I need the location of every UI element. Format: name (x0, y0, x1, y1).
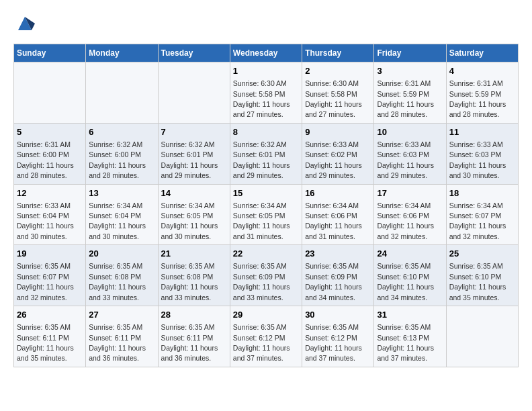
day-number: 17 (377, 187, 443, 199)
day-info: Sunrise: 6:35 AM Sunset: 6:11 PM Dayligh… (161, 323, 218, 362)
day-number: 27 (89, 309, 154, 321)
day-number: 14 (161, 187, 227, 199)
day-info: Sunrise: 6:34 AM Sunset: 6:06 PM Dayligh… (377, 201, 434, 240)
calendar-cell: 23Sunrise: 6:35 AM Sunset: 6:09 PM Dayli… (302, 245, 374, 306)
day-info: Sunrise: 6:31 AM Sunset: 5:59 PM Dayligh… (377, 79, 434, 118)
day-info: Sunrise: 6:34 AM Sunset: 6:07 PM Dayligh… (449, 201, 506, 240)
day-number: 12 (17, 187, 83, 199)
calendar-cell: 26Sunrise: 6:35 AM Sunset: 6:11 PM Dayli… (14, 306, 86, 367)
day-number: 2 (305, 65, 371, 77)
day-number: 20 (89, 248, 154, 260)
calendar-week-row: 5Sunrise: 6:31 AM Sunset: 6:00 PM Daylig… (14, 123, 519, 184)
day-info: Sunrise: 6:30 AM Sunset: 5:58 PM Dayligh… (233, 79, 290, 118)
day-info: Sunrise: 6:34 AM Sunset: 6:05 PM Dayligh… (161, 201, 218, 240)
calendar-cell: 29Sunrise: 6:35 AM Sunset: 6:12 PM Dayli… (230, 306, 302, 367)
day-number: 5 (17, 126, 83, 138)
day-info: Sunrise: 6:34 AM Sunset: 6:05 PM Dayligh… (233, 201, 290, 240)
day-number: 1 (233, 65, 299, 77)
calendar-cell: 11Sunrise: 6:33 AM Sunset: 6:03 PM Dayli… (446, 123, 518, 184)
day-number: 11 (449, 126, 515, 138)
day-number: 29 (233, 309, 299, 321)
calendar-cell: 13Sunrise: 6:34 AM Sunset: 6:04 PM Dayli… (86, 184, 158, 245)
calendar-cell: 7Sunrise: 6:32 AM Sunset: 6:01 PM Daylig… (158, 123, 230, 184)
day-number: 9 (305, 126, 371, 138)
calendar-header-row: SundayMondayTuesdayWednesdayThursdayFrid… (14, 44, 519, 62)
calendar-cell: 16Sunrise: 6:34 AM Sunset: 6:06 PM Dayli… (302, 184, 374, 245)
day-number: 18 (449, 187, 515, 199)
day-number: 15 (233, 187, 299, 199)
calendar-cell: 25Sunrise: 6:35 AM Sunset: 6:10 PM Dayli… (446, 245, 518, 306)
calendar-cell: 10Sunrise: 6:33 AM Sunset: 6:03 PM Dayli… (374, 123, 446, 184)
day-info: Sunrise: 6:35 AM Sunset: 6:08 PM Dayligh… (161, 262, 218, 301)
day-info: Sunrise: 6:33 AM Sunset: 6:03 PM Dayligh… (377, 140, 434, 179)
logo-icon (15, 13, 35, 34)
calendar-cell: 2Sunrise: 6:30 AM Sunset: 5:58 PM Daylig… (302, 62, 374, 124)
day-info: Sunrise: 6:35 AM Sunset: 6:10 PM Dayligh… (377, 262, 434, 301)
day-number: 28 (161, 309, 227, 321)
day-number: 6 (89, 126, 154, 138)
calendar-cell: 14Sunrise: 6:34 AM Sunset: 6:05 PM Dayli… (158, 184, 230, 245)
day-number: 8 (233, 126, 299, 138)
day-info: Sunrise: 6:31 AM Sunset: 5:59 PM Dayligh… (449, 79, 506, 118)
calendar-cell: 4Sunrise: 6:31 AM Sunset: 5:59 PM Daylig… (446, 62, 518, 124)
calendar-cell: 18Sunrise: 6:34 AM Sunset: 6:07 PM Dayli… (446, 184, 518, 245)
page-header (13, 13, 519, 37)
day-number: 23 (305, 248, 371, 260)
day-info: Sunrise: 6:32 AM Sunset: 6:01 PM Dayligh… (233, 140, 290, 179)
calendar-cell: 31Sunrise: 6:35 AM Sunset: 6:13 PM Dayli… (374, 306, 446, 367)
calendar-cell: 3Sunrise: 6:31 AM Sunset: 5:59 PM Daylig… (374, 62, 446, 124)
calendar-cell (86, 62, 158, 124)
day-info: Sunrise: 6:35 AM Sunset: 6:08 PM Dayligh… (89, 262, 146, 301)
day-info: Sunrise: 6:33 AM Sunset: 6:04 PM Dayligh… (17, 201, 74, 240)
calendar-cell: 28Sunrise: 6:35 AM Sunset: 6:11 PM Dayli… (158, 306, 230, 367)
calendar-table: SundayMondayTuesdayWednesdayThursdayFrid… (13, 44, 519, 367)
calendar-cell: 20Sunrise: 6:35 AM Sunset: 6:08 PM Dayli… (86, 245, 158, 306)
day-number: 22 (233, 248, 299, 260)
day-info: Sunrise: 6:33 AM Sunset: 6:02 PM Dayligh… (305, 140, 362, 179)
day-number: 7 (161, 126, 227, 138)
col-header-thursday: Thursday (302, 44, 374, 62)
day-number: 24 (377, 248, 443, 260)
calendar-cell: 27Sunrise: 6:35 AM Sunset: 6:11 PM Dayli… (86, 306, 158, 367)
day-info: Sunrise: 6:32 AM Sunset: 6:00 PM Dayligh… (89, 140, 146, 179)
day-info: Sunrise: 6:31 AM Sunset: 6:00 PM Dayligh… (17, 140, 74, 179)
day-number: 25 (449, 248, 515, 260)
calendar-week-row: 1Sunrise: 6:30 AM Sunset: 5:58 PM Daylig… (14, 62, 519, 124)
calendar-cell: 6Sunrise: 6:32 AM Sunset: 6:00 PM Daylig… (86, 123, 158, 184)
calendar-cell (14, 62, 86, 124)
day-info: Sunrise: 6:35 AM Sunset: 6:12 PM Dayligh… (233, 323, 290, 362)
calendar-cell (158, 62, 230, 124)
day-info: Sunrise: 6:34 AM Sunset: 6:06 PM Dayligh… (305, 201, 362, 240)
day-info: Sunrise: 6:30 AM Sunset: 5:58 PM Dayligh… (305, 79, 362, 118)
calendar-cell: 1Sunrise: 6:30 AM Sunset: 5:58 PM Daylig… (230, 62, 302, 124)
col-header-tuesday: Tuesday (158, 44, 230, 62)
calendar-week-row: 26Sunrise: 6:35 AM Sunset: 6:11 PM Dayli… (14, 306, 519, 367)
calendar-cell: 17Sunrise: 6:34 AM Sunset: 6:06 PM Dayli… (374, 184, 446, 245)
day-number: 19 (17, 248, 83, 260)
calendar-cell: 22Sunrise: 6:35 AM Sunset: 6:09 PM Dayli… (230, 245, 302, 306)
col-header-sunday: Sunday (14, 44, 86, 62)
day-info: Sunrise: 6:33 AM Sunset: 6:03 PM Dayligh… (449, 140, 506, 179)
calendar-cell: 19Sunrise: 6:35 AM Sunset: 6:07 PM Dayli… (14, 245, 86, 306)
day-number: 13 (89, 187, 154, 199)
day-number: 3 (377, 65, 443, 77)
day-number: 21 (161, 248, 227, 260)
col-header-friday: Friday (374, 44, 446, 62)
calendar-cell: 8Sunrise: 6:32 AM Sunset: 6:01 PM Daylig… (230, 123, 302, 184)
calendar-cell: 24Sunrise: 6:35 AM Sunset: 6:10 PM Dayli… (374, 245, 446, 306)
day-info: Sunrise: 6:35 AM Sunset: 6:11 PM Dayligh… (17, 323, 74, 362)
day-info: Sunrise: 6:35 AM Sunset: 6:11 PM Dayligh… (89, 323, 146, 362)
calendar-cell: 30Sunrise: 6:35 AM Sunset: 6:12 PM Dayli… (302, 306, 374, 367)
day-number: 30 (305, 309, 371, 321)
calendar-cell: 15Sunrise: 6:34 AM Sunset: 6:05 PM Dayli… (230, 184, 302, 245)
day-info: Sunrise: 6:35 AM Sunset: 6:12 PM Dayligh… (305, 323, 362, 362)
calendar-cell: 12Sunrise: 6:33 AM Sunset: 6:04 PM Dayli… (14, 184, 86, 245)
col-header-wednesday: Wednesday (230, 44, 302, 62)
calendar-cell (446, 306, 518, 367)
logo (13, 13, 35, 37)
day-number: 16 (305, 187, 371, 199)
day-info: Sunrise: 6:35 AM Sunset: 6:10 PM Dayligh… (449, 262, 506, 301)
day-info: Sunrise: 6:34 AM Sunset: 6:04 PM Dayligh… (89, 201, 146, 240)
calendar-cell: 21Sunrise: 6:35 AM Sunset: 6:08 PM Dayli… (158, 245, 230, 306)
day-number: 4 (449, 65, 515, 77)
